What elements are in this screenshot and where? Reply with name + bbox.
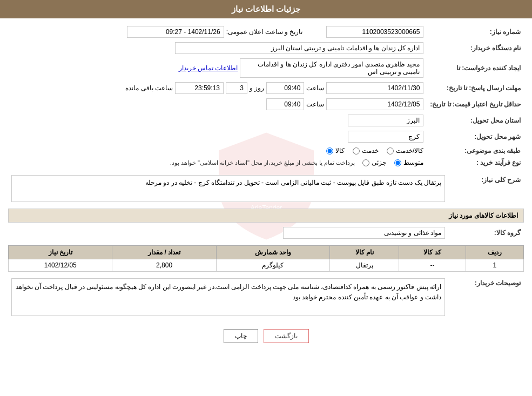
province-label: استان محل تحویل: — [427, 112, 524, 129]
back-button[interactable]: بازگشت — [264, 329, 309, 343]
general-desc-table: شرح کلی نیاز: پرتقال یک دست تازه طبق فای… — [8, 173, 524, 204]
goods-group-label: گروه کالا: — [448, 225, 524, 241]
process-radio-partial[interactable] — [362, 159, 369, 166]
need-number-value: 1102003523000665 — [326, 26, 423, 38]
category-option-goods-service[interactable]: کالا/خدمت — [387, 147, 423, 155]
goods-table: ردیف کد کالا نام کالا واحد شمارش تعداد /… — [8, 245, 524, 272]
process-row: متوسط جزئی پرداخت تمام یا بخشی از مبلغ خ… — [11, 159, 423, 166]
cell-name: پرتقال — [330, 259, 399, 272]
send-deadline-remaining-label: ساعت باقی مانده — [125, 84, 173, 92]
requester-value: مجید ظاهری متصدی امور دفتری اداره کل زند… — [240, 58, 423, 78]
buyer-org-value-cell: اداره کل زندان ها و اقدامات تامینی و ترب… — [8, 40, 427, 56]
province-cell: البرز — [8, 112, 427, 129]
process-label: نوع فرآیند خرید : — [427, 157, 524, 169]
general-desc-label: شرح کلی نیاز: — [448, 173, 524, 204]
send-deadline-days-label: روز و — [250, 84, 264, 92]
main-section: AT AriaTender شماره نیاز: 11020035230006… — [8, 24, 524, 350]
category-radio-goods[interactable] — [326, 147, 333, 155]
send-deadline-label: مهلت ارسال پاسخ: تا تاریخ: — [427, 80, 524, 96]
table-header-row: ردیف کد کالا نام کالا واحد شمارش تعداد /… — [9, 246, 524, 259]
footer-buttons: بازگشت چاپ — [8, 323, 524, 350]
cell-quantity: 2,800 — [112, 259, 216, 272]
goods-group-value: مواد غذائی و نوشیدنی — [283, 227, 445, 239]
category-option-service[interactable]: خدمت — [353, 147, 379, 155]
send-deadline-cell: 1402/11/30 ساعت 09:40 روز و 3 23:59:13 س… — [8, 80, 427, 96]
send-deadline-time: 09:40 — [266, 82, 304, 94]
city-cell: کرج — [8, 129, 427, 145]
goods-group-cell: مواد غذائی و نوشیدنی — [8, 225, 448, 241]
buyer-notes-cell: ارائه پیش فاکتور رسمی به همراه کدافتصادی… — [8, 276, 448, 318]
print-button[interactable]: چاپ — [224, 329, 258, 343]
table-row: 1--پرتقالکیلوگرم2,8001402/12/05 — [9, 259, 524, 272]
process-cell: متوسط جزئی پرداخت تمام یا بخشی از مبلغ خ… — [8, 157, 427, 169]
page-wrapper: جزئیات اطلاعات نیاز AT AriaTender شماره … — [0, 0, 532, 396]
buyer-notes-label: توصیحات خریدار: — [448, 276, 524, 318]
general-desc-cell: پرتقال یک دست تازه طبق فایل پیوست - ثبت … — [8, 173, 448, 204]
category-radio-group: کالا/خدمت خدمت کالا — [11, 147, 423, 155]
send-deadline-time-label: ساعت — [306, 84, 324, 92]
content-area: AT AriaTender شماره نیاز: 11020035230006… — [0, 18, 532, 355]
announcement-value: 1402/11/26 - 09:27 — [127, 26, 224, 38]
category-cell: کالا/خدمت خدمت کالا — [8, 145, 427, 157]
price-deadline-label: حداقل تاریخ اعتبار قیمت: تا تاریخ: — [427, 96, 524, 112]
goods-section-title: اطلاعات کالاهای مورد نیاز — [8, 209, 524, 223]
need-number-label: شماره نیاز: — [427, 24, 524, 40]
send-deadline-row: 1402/11/30 ساعت 09:40 روز و 3 23:59:13 س… — [11, 82, 423, 94]
col-code: کد کالا — [399, 246, 466, 259]
process-option-medium[interactable]: متوسط — [394, 159, 423, 166]
category-label: طبقه بندی موضوعی: — [427, 145, 524, 157]
category-option-service-label: خدمت — [362, 147, 379, 155]
cell-code: -- — [399, 259, 466, 272]
col-quantity: تعداد / مقدار — [112, 246, 216, 259]
goods-group-table: گروه کالا: مواد غذائی و نوشیدنی — [8, 225, 524, 241]
col-name: نام کالا — [330, 246, 399, 259]
category-option-goods-label: کالا — [335, 147, 345, 155]
buyer-org-label: نام دستگاه خریدار: — [427, 40, 524, 56]
requester-value-cell: مجید ظاهری متصدی امور دفتری اداره کل زند… — [8, 56, 427, 80]
page-header: جزئیات اطلاعات نیاز — [0, 0, 532, 18]
category-option-goods-service-label: کالا/خدمت — [396, 147, 423, 155]
price-deadline-row: 1402/12/05 ساعت 09:40 — [11, 98, 423, 110]
send-deadline-remaining: 23:59:13 — [175, 82, 224, 94]
page-title: جزئیات اطلاعات نیاز — [232, 4, 300, 14]
requester-label: ایجاد کننده درخواست: تا — [427, 56, 524, 80]
cell-date: 1402/12/05 — [9, 259, 112, 272]
col-date: تاریخ نیاز — [9, 246, 112, 259]
cell-row: 1 — [466, 259, 523, 272]
city-value: کرج — [348, 131, 423, 143]
process-option-medium-label: متوسط — [403, 159, 423, 166]
city-label: شهر محل تحویل: — [427, 129, 524, 145]
send-deadline-date: 1402/11/30 — [326, 82, 423, 94]
process-radio-group: متوسط جزئی — [362, 159, 423, 166]
general-desc-value: پرتقال یک دست تازه طبق فایل پیوست - ثبت … — [11, 175, 445, 202]
price-deadline-time-label: ساعت — [306, 100, 324, 108]
province-value: البرز — [348, 115, 423, 126]
requester-row: مجید ظاهری متصدی امور دفتری اداره کل زند… — [11, 58, 423, 78]
col-unit: واحد شمارش — [216, 246, 330, 259]
cell-unit: کیلوگرم — [216, 259, 330, 272]
process-option-partial[interactable]: جزئی — [362, 159, 386, 166]
buyer-org-value: اداره کل زندان ها و اقدامات تامینی و ترب… — [175, 42, 423, 54]
process-option-partial-label: جزئی — [372, 159, 386, 166]
contact-link[interactable]: اطلاعات تماس خریدار — [179, 64, 238, 72]
process-note: پرداخت تمام یا بخشی از مبلغ خرید،از محل … — [170, 159, 355, 166]
price-deadline-time: 09:40 — [266, 98, 304, 110]
col-row: ردیف — [466, 246, 523, 259]
buyer-notes-value: ارائه پیش فاکتور رسمی به همراه کدافتصادی… — [11, 278, 445, 316]
need-number-value-cell: 1102003523000665 تاریخ و ساعت اعلان عموم… — [8, 24, 427, 40]
category-radio-service[interactable] — [353, 147, 360, 155]
price-deadline-date: 1402/12/05 — [326, 98, 423, 110]
need-number-row: 1102003523000665 تاریخ و ساعت اعلان عموم… — [11, 26, 423, 38]
buyer-notes-table: توصیحات خریدار: ارائه پیش فاکتور رسمی به… — [8, 276, 524, 318]
process-radio-medium[interactable] — [394, 159, 401, 166]
announcement-label: تاریخ و ساعت اعلان عمومی: — [226, 28, 303, 36]
send-deadline-days: 3 — [226, 82, 247, 94]
price-deadline-cell: 1402/12/05 ساعت 09:40 — [8, 96, 427, 112]
category-radio-goods-service[interactable] — [387, 147, 394, 155]
info-table-row1: شماره نیاز: 1102003523000665 تاریخ و ساع… — [8, 24, 524, 169]
category-option-goods[interactable]: کالا — [326, 147, 345, 155]
info-section: شماره نیاز: 1102003523000665 تاریخ و ساع… — [8, 24, 524, 350]
